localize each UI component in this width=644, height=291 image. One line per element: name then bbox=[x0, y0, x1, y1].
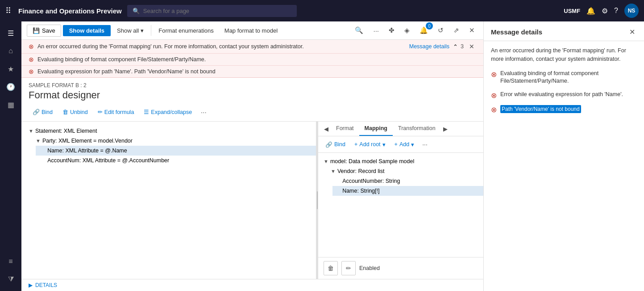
arrow-vendor[interactable]: ▼ bbox=[331, 169, 336, 174]
notification-badge-wrap: 🔔 0 bbox=[416, 24, 431, 37]
left-sidebar: ☰ ⌂ ★ 🕐 ▦ ≡ ⧩ bbox=[0, 21, 21, 291]
refresh-icon[interactable]: ↺ bbox=[435, 24, 447, 37]
tab-next-arrow[interactable]: ▶ bbox=[441, 123, 450, 135]
edit-icon: ✏ bbox=[98, 109, 103, 115]
message-panel-title: Message details bbox=[491, 28, 542, 36]
search-input[interactable] bbox=[143, 8, 291, 14]
export-icon[interactable]: ◈ bbox=[401, 24, 413, 37]
tab-transformation[interactable]: Transformation bbox=[393, 122, 441, 136]
sidebar-favorites-icon[interactable]: ★ bbox=[3, 61, 19, 77]
settings-icon[interactable]: ⚙ bbox=[602, 7, 608, 15]
close-form-button[interactable]: ✕ bbox=[466, 24, 478, 37]
error-row-3: ⊗ Evaluating expression for path 'Name'.… bbox=[21, 66, 483, 77]
import-icon[interactable]: ✤ bbox=[386, 24, 398, 37]
bind-icon: 🔗 bbox=[33, 109, 40, 115]
arrow-model[interactable]: ▼ bbox=[324, 159, 328, 164]
tree-item-party[interactable]: ▼ Party: XML Element = model.Vendor bbox=[29, 136, 316, 146]
bell-icon[interactable]: 🔔 bbox=[586, 7, 595, 15]
error-icon-3: ⊗ bbox=[29, 68, 34, 75]
msg-error-icon-2: ⊗ bbox=[491, 91, 497, 100]
map-item-vendor[interactable]: ▼ Vendor: Record list bbox=[325, 166, 483, 176]
msg-error-3: ⊗ Path 'Vendor/Name' is not bound bbox=[491, 105, 637, 114]
designer-toolbar: 🔗 Bind 🗑 Unbind ✏ Edit formula ☰ Expand/… bbox=[21, 105, 483, 122]
msg-error-text-1: Evaluating binding of format component F… bbox=[500, 70, 637, 85]
show-details-button[interactable]: Show details bbox=[63, 25, 111, 36]
sidebar-modules-icon[interactable]: ≡ bbox=[3, 253, 19, 270]
collapse-arrow-statement[interactable]: ▼ bbox=[29, 128, 33, 134]
map-item-model[interactable]: ▼ model: Data model Sample model bbox=[318, 156, 483, 166]
tree-item-name[interactable]: Name: XML Attribute = @.Name bbox=[36, 146, 316, 156]
edit-formula-button[interactable]: ✏ Edit formula bbox=[94, 107, 138, 117]
arrow-accountnumber bbox=[338, 178, 341, 184]
chevron-down-icon: ▾ bbox=[141, 27, 144, 34]
map-format-button[interactable]: Map format to model bbox=[220, 25, 282, 36]
error-text-3: Evaluating expression for path 'Name'. P… bbox=[37, 68, 476, 75]
message-panel: Message details ✕ An error occurred duri… bbox=[483, 21, 644, 291]
mapping-more-options[interactable]: ··· bbox=[420, 139, 430, 150]
message-details-link[interactable]: Message details bbox=[409, 43, 449, 50]
sample-label: SAMPLE FORMAT B : 2 bbox=[29, 82, 476, 89]
msg-error-icon-3: ⊗ bbox=[491, 105, 497, 114]
tab-mapping[interactable]: Mapping bbox=[359, 122, 393, 136]
chevron-add: ▾ bbox=[411, 141, 414, 148]
more-options-icon[interactable]: ··· bbox=[370, 25, 382, 37]
save-button[interactable]: 💾 Save bbox=[27, 25, 61, 37]
enabled-label: Enabled bbox=[359, 265, 380, 271]
unbind-button[interactable]: 🗑 Unbind bbox=[58, 107, 92, 117]
sidebar-home-icon[interactable]: ⌂ bbox=[3, 43, 19, 59]
arrow-accountnum bbox=[43, 158, 46, 163]
add-button[interactable]: + Add ▾ bbox=[391, 139, 418, 150]
tab-format[interactable]: Format bbox=[331, 122, 359, 136]
bind-button[interactable]: 🔗 Bind bbox=[29, 107, 57, 117]
unbind-icon: 🗑 bbox=[62, 109, 68, 115]
mapping-tree: ▼ model: Data model Sample model ▼ Vendo… bbox=[318, 153, 483, 257]
msg-error-icon-1: ⊗ bbox=[491, 70, 497, 79]
message-panel-header: Message details ✕ bbox=[484, 21, 644, 41]
details-footer: ▶ DETAILS bbox=[21, 279, 483, 291]
show-all-button[interactable]: Show all ▾ bbox=[112, 25, 148, 36]
delete-binding-button[interactable]: 🗑 bbox=[324, 261, 338, 275]
error-nav-up[interactable]: ⌃ bbox=[453, 43, 458, 50]
mapping-bottom: 🗑 ✏ Enabled bbox=[318, 257, 483, 279]
designer-title: Format designer bbox=[29, 89, 476, 101]
sidebar-workspaces-icon[interactable]: ▦ bbox=[3, 97, 19, 113]
expand-collapse-button[interactable]: ☰ Expand/collapse bbox=[140, 107, 196, 117]
collapse-arrow-party[interactable]: ▼ bbox=[36, 138, 41, 143]
map-item-accountnumber[interactable]: AccountNumber: String bbox=[332, 176, 483, 186]
sidebar-menu-icon[interactable]: ☰ bbox=[3, 25, 19, 41]
details-toggle[interactable]: ▶ DETAILS bbox=[29, 282, 476, 288]
open-external-icon[interactable]: ⇗ bbox=[450, 24, 462, 37]
msg-error-2: ⊗ Error while evaluating expression for … bbox=[491, 91, 637, 100]
search-icon: 🔍 bbox=[133, 8, 140, 14]
environment-label: USMF bbox=[564, 8, 580, 14]
edit-binding-button[interactable]: ✏ bbox=[341, 261, 356, 275]
sidebar-recent-icon[interactable]: 🕐 bbox=[3, 79, 19, 95]
format-enumerations-button[interactable]: Format enumerations bbox=[154, 25, 218, 36]
tab-prev-arrow[interactable]: ◀ bbox=[322, 123, 331, 135]
plus-icon: + bbox=[354, 141, 357, 148]
designer-split: ▼ Statement: XML Element ▼ Party: XML El… bbox=[21, 122, 483, 279]
close-error-banner-button[interactable]: ✕ bbox=[467, 42, 476, 51]
save-icon: 💾 bbox=[33, 27, 40, 34]
error-count: 3 bbox=[461, 43, 464, 50]
mapping-bind-button[interactable]: 🔗 Bind bbox=[322, 139, 349, 150]
tree-item-statement[interactable]: ▼ Statement: XML Element bbox=[21, 126, 316, 136]
search-box[interactable]: 🔍 bbox=[127, 5, 297, 17]
arrow-name-map bbox=[338, 188, 341, 194]
add-root-button[interactable]: + Add root ▾ bbox=[351, 139, 389, 150]
nav-right: USMF 🔔 ⚙ ? NS bbox=[564, 4, 639, 18]
tree-item-accountnum[interactable]: AccountNum: XML Attribute = @.AccountNum… bbox=[36, 156, 316, 165]
link-icon: 🔗 bbox=[325, 141, 332, 148]
sidebar-filter-icon[interactable]: ⧩ bbox=[3, 271, 19, 287]
toolbar: 💾 Save Show details Show all ▾ Format en… bbox=[21, 21, 483, 40]
grid-icon[interactable]: ⠿ bbox=[5, 6, 11, 16]
mapping-toolbar: 🔗 Bind + Add root ▾ + Add ▾ bbox=[318, 136, 483, 153]
help-icon[interactable]: ? bbox=[614, 7, 618, 15]
close-message-panel-button[interactable]: ✕ bbox=[627, 27, 637, 37]
arrow-name bbox=[43, 148, 46, 153]
search-toolbar-icon[interactable]: 🔍 bbox=[352, 24, 366, 37]
resize-handle[interactable] bbox=[316, 122, 318, 279]
avatar[interactable]: NS bbox=[624, 4, 639, 18]
map-item-name[interactable]: Name: String[!] bbox=[332, 186, 483, 196]
more-designer-options[interactable]: ··· bbox=[198, 106, 210, 118]
